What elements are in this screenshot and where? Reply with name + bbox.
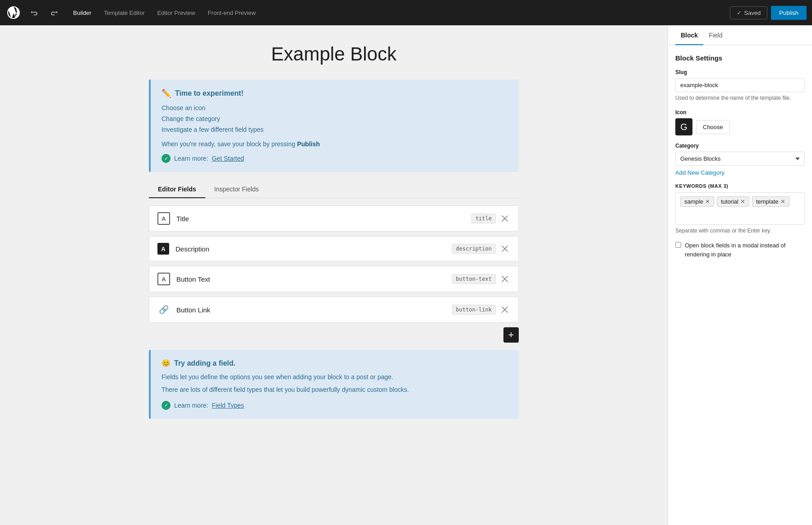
field-tabs: Editor Fields Inspector Fields: [149, 181, 519, 198]
modal-checkbox-row: Open block fields in a modal instead of …: [675, 241, 805, 259]
category-select[interactable]: Genesis Blocks Common Formatting Layout …: [675, 152, 805, 166]
keyword-label-tutorial: tutorial: [721, 198, 738, 205]
editor-area: Example Block ✏️ Time to experiment! Cho…: [0, 25, 668, 525]
field-delete-button-link[interactable]: [499, 305, 510, 314]
try-hint-line-1: Fields let you define the options you se…: [161, 372, 508, 383]
try-hint-box-title: 😊 Try adding a field.: [161, 359, 508, 367]
field-types-link[interactable]: Field Types: [212, 402, 244, 409]
try-hint-line-2: There are lots of different field types …: [161, 385, 508, 395]
keywords-box[interactable]: sample ✕ tutorial ✕ template ✕: [675, 192, 805, 225]
editor-content: ✏️ Time to experiment! Choose an icon Ch…: [149, 79, 519, 419]
keyword-label-sample: sample: [684, 198, 703, 205]
try-learn-label: Learn more:: [174, 402, 208, 409]
keyword-tags: sample ✕ tutorial ✕ template ✕: [680, 196, 800, 207]
main-layout: Example Block ✏️ Time to experiment! Cho…: [0, 25, 812, 525]
keyword-tag-template: template ✕: [752, 196, 789, 207]
publish-button[interactable]: Publish: [771, 6, 807, 20]
nav-tabs: Builder Template Editor Editor Preview F…: [67, 6, 262, 20]
hint-list-item: Choose an icon: [161, 103, 508, 114]
field-icon-button-link: 🔗: [157, 303, 170, 316]
keywords-title: KEYWORDS (MAX 3): [675, 183, 805, 189]
slug-input[interactable]: [675, 78, 805, 92]
wp-logo: [5, 5, 22, 21]
check-icon: ✓: [737, 9, 742, 16]
keyword-tag-sample: sample ✕: [680, 196, 714, 207]
check-circle-icon-2: ✓: [161, 401, 171, 410]
keyword-remove-template[interactable]: ✕: [780, 199, 785, 204]
try-hint-box: 😊 Try adding a field. Fields let you def…: [149, 350, 519, 419]
redo-button[interactable]: [46, 6, 61, 19]
publish-word: Publish: [297, 140, 320, 148]
nav-tab-template-editor[interactable]: Template Editor: [97, 6, 151, 20]
field-delete-description[interactable]: [499, 244, 510, 253]
field-label-button-link: Button Link: [176, 306, 452, 314]
field-row-button-link[interactable]: 🔗 Button Link button-link: [149, 297, 519, 323]
tab-inspector-fields[interactable]: Inspector Fields: [205, 181, 268, 198]
field-delete-title[interactable]: [499, 214, 510, 223]
sidebar-body: Block Settings Slug Used to determine th…: [668, 45, 812, 275]
nav-tab-builder[interactable]: Builder: [67, 6, 97, 20]
field-label-title: Title: [176, 215, 471, 223]
hint-list-item: Investigate a few different field types: [161, 125, 508, 135]
hint-box-publish-line: When you're ready, save your block by pr…: [161, 140, 508, 148]
learn-label: Learn more:: [174, 155, 208, 162]
icon-row: G Choose: [675, 118, 805, 135]
slug-hint: Used to determine the name of the templa…: [675, 94, 805, 102]
hint-box-learn: ✓ Learn more: Get Started: [161, 154, 508, 163]
saved-label: Saved: [744, 9, 761, 16]
hint-box-title-text: Time to experiment!: [175, 89, 244, 98]
keyword-remove-tutorial[interactable]: ✕: [740, 199, 745, 204]
sidebar-tab-block[interactable]: Block: [675, 25, 703, 45]
field-icon-description: A: [157, 243, 169, 255]
sidebar-tabs: Block Field: [668, 25, 812, 45]
field-row-title[interactable]: A Title title: [149, 205, 519, 232]
tab-editor-fields[interactable]: Editor Fields: [149, 181, 205, 198]
modal-checkbox[interactable]: [675, 242, 681, 248]
field-icon-button-text: A: [157, 273, 170, 285]
right-sidebar: Block Field Block Settings Slug Used to …: [668, 25, 812, 525]
keyword-remove-sample[interactable]: ✕: [705, 199, 710, 204]
keywords-hint: Separate with commas or the Enter key.: [675, 228, 805, 234]
pencil-icon: ✏️: [161, 88, 171, 98]
block-title: Example Block: [271, 43, 397, 65]
field-label-description: Description: [175, 245, 452, 253]
sidebar-tab-field[interactable]: Field: [703, 25, 728, 45]
slug-label: Slug: [675, 69, 805, 75]
top-navigation: Builder Template Editor Editor Preview F…: [0, 0, 812, 25]
hint-box: ✏️ Time to experiment! Choose an icon Ch…: [149, 79, 519, 172]
icon-preview: G: [675, 118, 692, 135]
field-tag-title: title: [471, 214, 496, 223]
try-hint-learn: ✓ Learn more: Field Types: [161, 401, 508, 410]
modal-checkbox-label[interactable]: Open block fields in a modal instead of …: [685, 241, 805, 259]
add-new-category-link[interactable]: Add New Category: [675, 169, 805, 176]
add-field-row: +: [149, 327, 519, 343]
smiley-icon: 😊: [161, 359, 171, 367]
choose-icon-button[interactable]: Choose: [696, 120, 730, 134]
keyword-tag-tutorial: tutorial ✕: [717, 196, 749, 207]
try-hint-box-title-text: Try adding a field.: [174, 359, 235, 367]
icon-symbol: G: [680, 122, 687, 132]
field-icon-title: A: [157, 212, 170, 225]
hint-list-item: Change the category: [161, 114, 508, 125]
field-row-description[interactable]: A Description description: [149, 236, 519, 261]
wp-logo-icon: [7, 6, 20, 19]
field-delete-button-text[interactable]: [499, 274, 510, 283]
publish-line-prefix: When you're ready, save your block by pr…: [161, 140, 297, 148]
hint-box-title: ✏️ Time to experiment!: [161, 88, 508, 98]
add-field-button[interactable]: +: [503, 327, 519, 343]
field-tag-description: description: [452, 244, 496, 254]
field-label-button-text: Button Text: [176, 275, 452, 283]
field-tag-button-link: button-link: [452, 305, 496, 315]
check-circle-icon: ✓: [161, 154, 171, 163]
hint-box-list: Choose an icon Change the category Inves…: [161, 103, 508, 135]
sidebar-section-title: Block Settings: [675, 54, 805, 62]
nav-tab-frontend-preview[interactable]: Front-end Preview: [202, 6, 262, 20]
get-started-link[interactable]: Get Started: [212, 155, 244, 162]
category-label: Category: [675, 143, 805, 149]
icon-label: Icon: [675, 109, 805, 116]
undo-button[interactable]: [27, 6, 42, 19]
field-row-button-text[interactable]: A Button Text button-text: [149, 266, 519, 292]
saved-button[interactable]: ✓ Saved: [730, 6, 767, 19]
field-tag-button-text: button-text: [452, 274, 496, 284]
nav-tab-editor-preview[interactable]: Editor Preview: [151, 6, 202, 20]
